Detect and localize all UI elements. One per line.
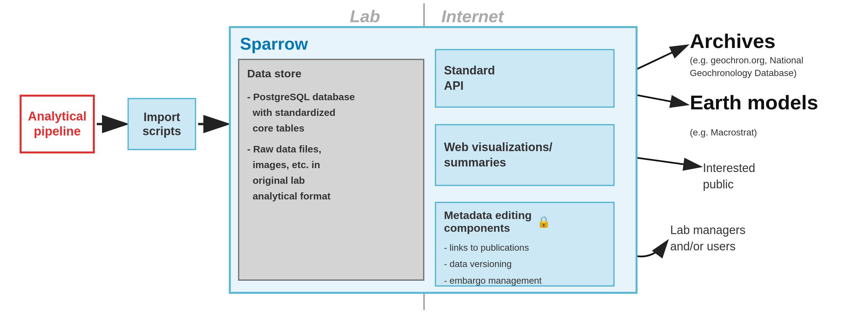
data-store-title: Data store (247, 67, 415, 80)
archives-label: Archives (690, 29, 775, 52)
import-scripts-box: Import scripts (127, 98, 196, 150)
data-store-box: Data store - PostgreSQL database with st… (238, 59, 424, 281)
web-viz-label: Web visualizations/summaries (444, 140, 552, 170)
earth-models-label: Earth models (690, 92, 818, 114)
standard-api-box: StandardAPI (435, 49, 615, 108)
archives-sub-label: (e.g. geochron.org, NationalGeochronolog… (690, 54, 803, 79)
import-scripts-label: Import scripts (129, 110, 195, 138)
metadata-list: - links to publications - data versionin… (444, 240, 606, 289)
internet-label: Internet (441, 6, 504, 26)
lock-icon: 🔒 (537, 215, 551, 228)
data-store-content: - PostgreSQL database with standardized … (247, 89, 415, 204)
analytical-pipeline-box: Analytical pipeline (20, 95, 95, 153)
earth-models-sub-label: (e.g. Macrostrat) (690, 127, 757, 138)
metadata-editing-box: Metadata editingcomponents 🔒 - links to … (435, 202, 615, 287)
standard-api-label: StandardAPI (444, 63, 495, 94)
web-viz-box: Web visualizations/summaries (435, 124, 615, 186)
lab-label: Lab (350, 6, 380, 26)
interested-public-label: Interestedpublic (703, 160, 755, 193)
metadata-title: Metadata editingcomponents 🔒 (444, 209, 606, 234)
analytical-pipeline-label: Analytical pipeline (22, 109, 93, 139)
lab-managers-label: Lab managersand/or users (670, 222, 745, 255)
diagram: Lab Internet Analytical pipeline Import … (0, 0, 868, 316)
